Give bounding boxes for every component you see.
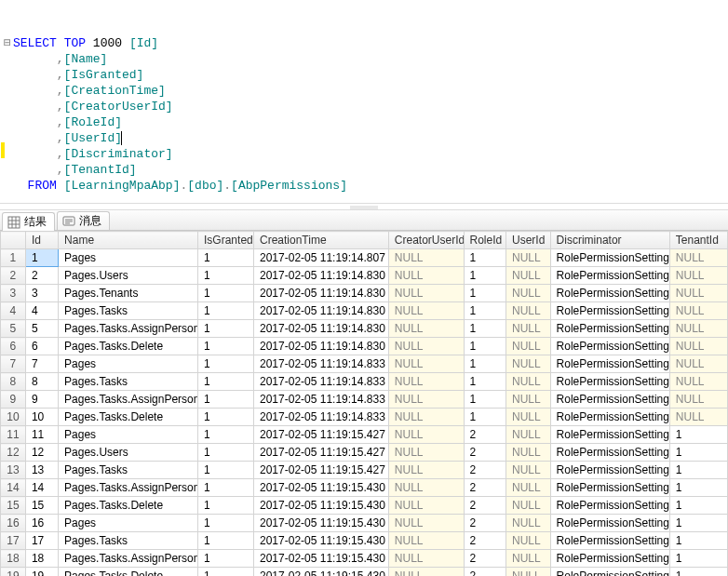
cell[interactable]: 1 [464,320,506,338]
code-line[interactable]: ,[UserId] [2,130,726,146]
column-header[interactable]: Name [59,232,198,249]
cell[interactable]: RolePermissionSetting [550,568,669,577]
column-header[interactable]: TenantId [669,232,727,249]
row-header[interactable]: 17 [1,532,26,550]
cell[interactable]: Pages.Tasks.AssignPerson [59,479,198,497]
cell[interactable]: 1 [464,267,506,285]
row-header[interactable]: 4 [1,302,26,320]
cell[interactable]: NULL [388,497,464,515]
cell[interactable]: 19 [25,568,58,577]
cell[interactable]: 2 [464,532,506,550]
cell[interactable]: 14 [25,479,58,497]
cell[interactable]: NULL [388,515,464,532]
cell[interactable]: 2017-02-05 11:19:14.830 [254,267,389,285]
cell[interactable]: NULL [669,338,727,355]
cell[interactable]: 2017-02-05 11:19:15.430 [254,550,389,568]
cell[interactable]: RolePermissionSetting [550,302,669,320]
cell[interactable]: NULL [506,285,551,302]
cell[interactable]: 10 [25,409,58,426]
cell[interactable]: Pages.Tenants [59,285,198,302]
cell[interactable]: RolePermissionSetting [550,373,669,391]
cell[interactable]: NULL [388,320,464,338]
cell[interactable]: 2017-02-05 11:19:14.833 [254,409,389,426]
cell[interactable]: 2 [464,497,506,515]
column-header[interactable]: CreationTime [254,232,389,249]
cell[interactable]: 5 [25,320,58,338]
cell[interactable]: 2017-02-05 11:19:14.830 [254,302,389,320]
cell[interactable]: 18 [25,550,58,568]
table-row[interactable]: 1414Pages.Tasks.AssignPerson12017-02-05 … [1,479,728,497]
cell[interactable]: RolePermissionSetting [550,426,669,444]
cell[interactable]: NULL [506,568,551,577]
cell[interactable]: NULL [506,497,551,515]
cell[interactable]: 2017-02-05 11:19:14.833 [254,355,389,373]
cell[interactable]: 2 [464,550,506,568]
cell[interactable]: NULL [669,409,727,426]
cell[interactable]: Pages.Tasks [59,373,198,391]
cell[interactable]: RolePermissionSetting [550,285,669,302]
cell[interactable]: 1 [198,550,254,568]
cell[interactable]: 1 [198,285,254,302]
cell[interactable]: NULL [388,532,464,550]
table-row[interactable]: 33Pages.Tenants12017-02-05 11:19:14.830N… [1,285,728,302]
cell[interactable]: 2017-02-05 11:19:15.430 [254,497,389,515]
code-line[interactable]: ,[CreatorUserId] [2,99,726,114]
cell[interactable]: 2 [464,444,506,462]
cell[interactable]: 1 [669,550,727,568]
cell[interactable]: NULL [388,550,464,568]
cell[interactable]: 2017-02-05 11:19:15.427 [254,462,389,479]
cell[interactable]: 2017-02-05 11:19:15.430 [254,532,389,550]
cell[interactable]: 9 [25,391,58,409]
table-row[interactable]: 1111Pages12017-02-05 11:19:15.427NULL2NU… [1,426,728,444]
table-row[interactable]: 1919Pages.Tasks.Delete12017-02-05 11:19:… [1,568,728,577]
cell[interactable]: Pages [59,426,198,444]
cell[interactable]: NULL [506,320,551,338]
fold-gutter[interactable]: ⊟ [2,35,13,51]
cell[interactable]: 11 [25,426,58,444]
cell[interactable]: Pages.Tasks.Delete [59,497,198,515]
table-row[interactable]: 44Pages.Tasks12017-02-05 11:19:14.830NUL… [1,302,728,320]
cell[interactable]: 2 [464,568,506,577]
code-line[interactable]: ,[IsGranted] [2,67,726,83]
cell[interactable]: NULL [388,409,464,426]
cell[interactable]: RolePermissionSetting [550,249,669,267]
cell[interactable]: Pages.Tasks.Delete [59,568,198,577]
cell[interactable]: 1 [198,426,254,444]
column-header[interactable]: CreatorUserId [388,232,464,249]
cell[interactable]: NULL [506,267,551,285]
cell[interactable]: 1 [198,391,254,409]
cell[interactable]: 1 [464,302,506,320]
cell[interactable]: Pages.Tasks.AssignPerson [59,320,198,338]
cell[interactable]: NULL [388,479,464,497]
cell[interactable]: 1 [464,338,506,355]
cell[interactable]: NULL [506,409,551,426]
row-header[interactable]: 11 [1,426,26,444]
cell[interactable]: 2017-02-05 11:19:15.427 [254,444,389,462]
row-header[interactable]: 16 [1,515,26,532]
row-header[interactable]: 8 [1,373,26,391]
cell[interactable]: 1 [198,444,254,462]
code-line[interactable]: FROM [LearningMpaAbp].[dbo].[AbpPermissi… [2,178,726,194]
sql-editor[interactable]: ⊟SELECT TOP 1000 [Id] ,[Name] ,[IsGrante… [0,0,728,203]
cell[interactable]: 2017-02-05 11:19:14.830 [254,338,389,355]
column-header[interactable]: Id [25,232,58,249]
cell[interactable]: NULL [669,302,727,320]
cell[interactable]: 1 [25,249,58,267]
cell[interactable]: NULL [669,267,727,285]
cell[interactable]: 1 [669,444,727,462]
cell[interactable]: NULL [506,302,551,320]
cell[interactable]: RolePermissionSetting [550,532,669,550]
cell[interactable]: NULL [388,338,464,355]
cell[interactable]: NULL [388,426,464,444]
cell[interactable]: 1 [669,497,727,515]
row-header[interactable]: 9 [1,391,26,409]
cell[interactable]: 1 [198,479,254,497]
table-row[interactable]: 22Pages.Users12017-02-05 11:19:14.830NUL… [1,267,728,285]
cell[interactable]: RolePermissionSetting [550,355,669,373]
cell[interactable]: NULL [506,249,551,267]
cell[interactable]: 13 [25,462,58,479]
code-line[interactable]: ,[Discriminator] [2,146,726,162]
code-line[interactable]: ,[CreationTime] [2,83,726,99]
cell[interactable]: NULL [506,391,551,409]
cell[interactable]: NULL [388,568,464,577]
